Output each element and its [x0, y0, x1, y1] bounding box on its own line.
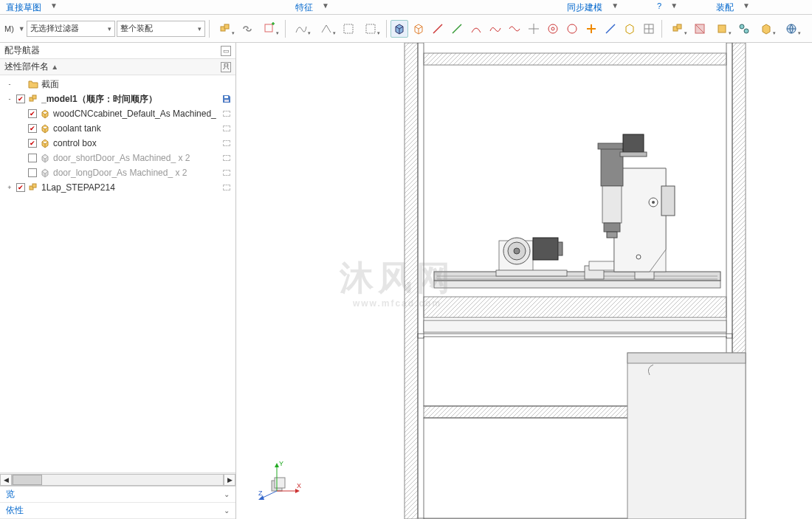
tb-icon-circle[interactable]	[563, 20, 581, 38]
bottom-tab-dependency[interactable]: 依性⌄	[0, 503, 235, 519]
tb-icon-cube-wire[interactable]	[410, 20, 427, 38]
tree-node-label: woodCNCcabinet_Default_As Machined_	[53, 109, 218, 119]
svg-rect-62	[533, 238, 558, 260]
scroll-left-arrow[interactable]: ◀	[0, 474, 12, 486]
ribbon-drop[interactable]: ▼	[319, 0, 332, 11]
tb-icon-box3d[interactable]	[621, 20, 639, 38]
tb-icon-line2[interactable]	[448, 20, 466, 38]
tree-row[interactable]: control box	[0, 136, 235, 151]
svg-line-5	[433, 24, 442, 33]
svg-rect-53	[620, 152, 647, 157]
tb-icon-plus[interactable]	[582, 20, 600, 38]
tree-checkbox[interactable]	[28, 109, 37, 118]
ribbon-tab-assembly[interactable]: 装配	[710, 0, 740, 16]
tb-icon-assembly[interactable]	[213, 20, 237, 38]
tree-row[interactable]: coolant tank	[0, 121, 235, 136]
tb-icon-assembly3[interactable]	[710, 20, 734, 38]
svg-point-23	[740, 24, 744, 29]
scroll-track[interactable]	[12, 474, 224, 486]
tb-icon-spline[interactable]	[486, 20, 504, 38]
tree-checkbox[interactable]	[28, 139, 37, 148]
tree-row[interactable]: door_longDoor_As Machined_ x 2	[0, 165, 235, 180]
tb-icon-cube2[interactable]	[754, 20, 778, 38]
tree-expander[interactable]: -	[6, 95, 13, 103]
panel-column-header[interactable]: 述性部件名 ▲ 只	[0, 59, 235, 75]
tree-row[interactable]: -截面	[0, 77, 235, 92]
tree-checkbox[interactable]	[28, 168, 37, 177]
tree-node-label: _model1（顺序：时间顺序）	[41, 93, 218, 106]
tree-checkbox[interactable]	[28, 154, 37, 162]
navigator-panel: 配导航器 ▭ 述性部件名 ▲ 只 -截面-_model1（顺序：时间顺序）woo…	[0, 43, 236, 519]
svg-rect-19	[677, 24, 681, 29]
tb-icon-wave[interactable]	[506, 20, 523, 38]
svg-point-10	[551, 27, 554, 30]
tree-checkbox[interactable]	[28, 124, 37, 133]
watermark-sub: www.mfcad.com	[340, 298, 455, 309]
tree-row[interactable]: -_model1（顺序：时间顺序）	[0, 92, 235, 106]
3d-viewport[interactable]: 沐风网 www.mfcad.com	[236, 43, 812, 519]
tb-icon-line[interactable]	[429, 20, 447, 38]
tree-expander[interactable]: +	[6, 184, 13, 191]
ribbon-tab-sketch[interactable]: 直接草图	[0, 0, 47, 16]
tb-icon-line3[interactable]	[602, 20, 619, 38]
tb-icon-assembly2[interactable]	[666, 20, 689, 38]
ribbon-tab-feature[interactable]: 特征	[289, 0, 319, 16]
svg-point-49	[636, 255, 641, 259]
toolbar-left-label: M)	[1, 24, 17, 33]
ribbon-drop[interactable]: ▼	[667, 0, 681, 11]
panel-header-button[interactable]: 只	[221, 62, 231, 72]
ribbon-tab-unknown[interactable]: ?	[651, 0, 667, 12]
svg-rect-52	[623, 134, 644, 152]
tb-icon-globe[interactable]	[780, 20, 803, 38]
ribbon-drop[interactable]: ▼	[47, 0, 61, 11]
scroll-right-arrow[interactable]: ▶	[224, 474, 235, 486]
selection-filter-combo[interactable]: 无选择过滤器	[27, 21, 115, 37]
watermark: 沐风网 www.mfcad.com	[340, 255, 455, 309]
cube-icon	[40, 123, 50, 134]
tb-icon-edge[interactable]	[314, 20, 338, 38]
tree-row[interactable]: woodCNCcabinet_Default_As Machined_	[0, 106, 235, 121]
tb-icon-new[interactable]	[258, 20, 281, 38]
panel-title-bar: 配导航器 ▭	[0, 43, 235, 59]
tb-icon-section[interactable]	[691, 20, 709, 38]
tb-icon-more-select[interactable]	[359, 20, 382, 38]
svg-rect-31	[424, 297, 726, 317]
tb-icon-circle-target[interactable]	[544, 20, 562, 38]
ribbon-tab-sync[interactable]: 同步建模	[561, 0, 608, 16]
tree-checkbox[interactable]	[16, 183, 25, 192]
tree-row[interactable]: door_shortDoor_As Machined_ x 2	[0, 151, 235, 165]
chevron-icon: ⌄	[224, 506, 230, 515]
ribbon-drop[interactable]: ▼	[608, 0, 622, 11]
horizontal-scrollbar[interactable]: ◀ ▶	[0, 472, 235, 486]
tree-node-label: coolant tank	[53, 123, 218, 134]
svg-rect-38	[627, 353, 746, 363]
tb-icon-curve[interactable]	[289, 20, 313, 38]
bottom-tab-preview[interactable]: 览⌄	[0, 487, 235, 503]
tree-row-status-icon	[221, 168, 233, 178]
svg-rect-64	[496, 270, 567, 276]
tree-expander[interactable]: -	[6, 80, 13, 88]
tb-icon-cube-shade[interactable]	[390, 20, 408, 38]
tb-icon-link[interactable]	[238, 20, 256, 38]
tb-icon-grid[interactable]	[640, 20, 658, 38]
svg-rect-30	[424, 53, 726, 65]
assembly-tree[interactable]: -截面-_model1（顺序：时间顺序）woodCNCcabinet_Defau…	[0, 75, 235, 472]
panel-minimize-icon[interactable]: ▭	[221, 46, 231, 56]
tree-row[interactable]: +1Lap_STEPAP214	[0, 180, 235, 195]
tree-checkbox[interactable]	[16, 94, 25, 103]
cube-icon	[40, 138, 50, 148]
svg-point-24	[744, 29, 749, 33]
svg-rect-66	[275, 478, 285, 488]
tb-icon-axis[interactable]	[525, 20, 543, 38]
cube-icon	[40, 109, 50, 119]
tree-node-label: 截面	[41, 78, 218, 91]
scroll-thumb[interactable]	[13, 475, 42, 485]
assembly-combo[interactable]: 整个装配	[117, 21, 205, 37]
tb-icon-tools[interactable]	[735, 20, 753, 38]
svg-rect-57	[661, 186, 675, 216]
ribbon-drop[interactable]: ▼	[740, 0, 753, 11]
tb-icon-arc[interactable]	[467, 20, 485, 38]
tb-icon-rect-select[interactable]	[340, 20, 357, 38]
view-triad[interactable]: Y X Z	[257, 461, 301, 506]
ribbon-tabs: 直接草图 ▼ 特征 ▼ 同步建模 ▼ ? ▼ 装配 ▼	[0, 0, 812, 15]
